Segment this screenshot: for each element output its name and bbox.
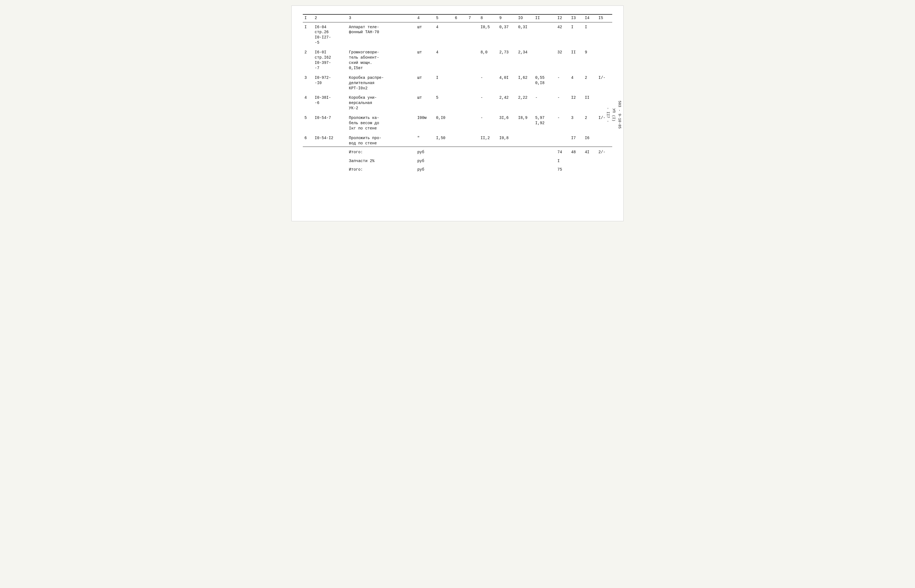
row-col14: II	[583, 93, 597, 111]
row-col14: I6	[583, 133, 597, 147]
row-col4: шт	[416, 48, 434, 71]
row-code: I6-04стр.26I0-I27--5	[313, 22, 347, 46]
row-col12: 32	[556, 48, 569, 71]
row-col8: -	[479, 113, 498, 132]
summary-cell-8	[498, 147, 517, 156]
header-row: I 2 3 4 5 6 7 8 9 IO II I2 I3 I4 I5	[303, 15, 612, 22]
summary-cell-6	[467, 147, 479, 156]
summary-cell-11: 75	[556, 164, 569, 173]
row-desc: Коробка уни-версальнаяУК-2	[347, 93, 416, 111]
row-col11: 0,550,I8	[534, 73, 556, 92]
summary-cell-0	[303, 156, 313, 165]
summary-cell-3: руб	[416, 156, 434, 165]
row-col7	[467, 133, 479, 147]
row-desc: Проложить про-вод по стене	[347, 133, 416, 147]
row-col11	[534, 48, 556, 71]
col-header-7: 7	[467, 15, 479, 22]
summary-cell-0	[303, 164, 313, 173]
table-row: II6-04стр.26I0-I27--5Аппарат теле-фонный…	[303, 22, 612, 46]
side-label-middle: УП (I)	[612, 108, 616, 121]
row-col12: -	[556, 113, 569, 132]
row-col6	[453, 73, 467, 92]
row-col8: 8,0	[479, 48, 498, 71]
col-header-5: 5	[434, 15, 453, 22]
col-header-13: I3	[570, 15, 583, 22]
summary-cell-9	[517, 164, 534, 173]
summary-cell-5	[453, 147, 467, 156]
summary-cell-5	[453, 156, 467, 165]
summary-cell-1	[313, 164, 347, 173]
row-col12: -	[556, 73, 569, 92]
row-col13: I2	[570, 93, 583, 111]
row-col13: 4	[570, 73, 583, 92]
row-col5: 5	[434, 93, 453, 111]
row-col5: 4	[434, 22, 453, 46]
row-num: 2	[303, 48, 313, 71]
row-col10: 0,3I	[517, 22, 534, 46]
summary-cell-2: Итого:	[347, 164, 416, 173]
row-col6	[453, 93, 467, 111]
row-code: I6-0Iстр.I62I0-397--7	[313, 48, 347, 71]
row-col11	[534, 22, 556, 46]
summary-cell-6	[467, 156, 479, 165]
summary-cell-10	[534, 164, 556, 173]
table-row: 2I6-0Iстр.I62I0-397--7Громкоговори-тель …	[303, 48, 612, 71]
table-row: 5I0-54-7Проложить ка-бель весом доIкг по…	[303, 113, 612, 132]
row-col8: II,2	[479, 133, 498, 147]
summary-cell-12	[570, 164, 583, 173]
row-col7	[467, 93, 479, 111]
row-col13: I	[570, 22, 583, 46]
summary-cell-12	[570, 156, 583, 165]
row-col11: 5,97I,92	[534, 113, 556, 132]
row-col4: шт	[416, 93, 434, 111]
side-label-top: 503 - 9·10·85	[617, 101, 622, 129]
row-desc: Коробка распре-делительнаяКРТ-I0х2	[347, 73, 416, 92]
row-col9: 2,73	[498, 48, 517, 71]
row-col14: 9	[583, 48, 597, 71]
summary-cell-13	[583, 164, 597, 173]
summary-cell-3: руб	[416, 147, 434, 156]
row-col7	[467, 22, 479, 46]
side-label-bottom: - II7 -	[606, 107, 610, 123]
row-num: 3	[303, 73, 313, 92]
row-col8: -	[479, 93, 498, 111]
summary-cell-13: 4I	[583, 147, 597, 156]
col-header-3: 3	[347, 15, 416, 22]
row-col11: -	[534, 93, 556, 111]
summary-cell-4	[434, 147, 453, 156]
row-desc: Проложить ка-бель весом доIкг по стене	[347, 113, 416, 132]
row-col5: I,50	[434, 133, 453, 147]
row-col6	[453, 113, 467, 132]
col-header-14: I4	[583, 15, 597, 22]
row-desc: Аппарат теле-фонный ТАН-70	[347, 22, 416, 46]
row-col8: I0,5	[479, 22, 498, 46]
summary-cell-13	[583, 156, 597, 165]
row-col4: шт	[416, 73, 434, 92]
row-col9: 3I,6	[498, 113, 517, 132]
row-code: I0-38I--6	[313, 93, 347, 111]
row-col10: I,62	[517, 73, 534, 92]
summary-cell-10	[534, 156, 556, 165]
row-col9: 2,42	[498, 93, 517, 111]
row-col9: I0,8	[498, 133, 517, 147]
row-num: 6	[303, 133, 313, 147]
row-code: I0-972--I0	[313, 73, 347, 92]
row-col5: I	[434, 73, 453, 92]
row-col4: шт	[416, 22, 434, 46]
row-col9: 0,37	[498, 22, 517, 46]
row-col11	[534, 133, 556, 147]
summary-row: Итого:руб74484I2/-	[303, 147, 612, 156]
row-col9: 4,0I	[498, 73, 517, 92]
col-header-8: 8	[479, 15, 498, 22]
row-col4: I00м	[416, 113, 434, 132]
table-row: 4I0-38I--6Коробка уни-версальнаяУК-2шт5-…	[303, 93, 612, 111]
summary-cell-7	[479, 147, 498, 156]
summary-cell-8	[498, 164, 517, 173]
row-col14: I	[583, 22, 597, 46]
row-col6	[453, 48, 467, 71]
row-col12: 42	[556, 22, 569, 46]
col-header-1: I	[303, 15, 313, 22]
col-header-6: 6	[453, 15, 467, 22]
row-col14: 2	[583, 73, 597, 92]
col-header-9: 9	[498, 15, 517, 22]
